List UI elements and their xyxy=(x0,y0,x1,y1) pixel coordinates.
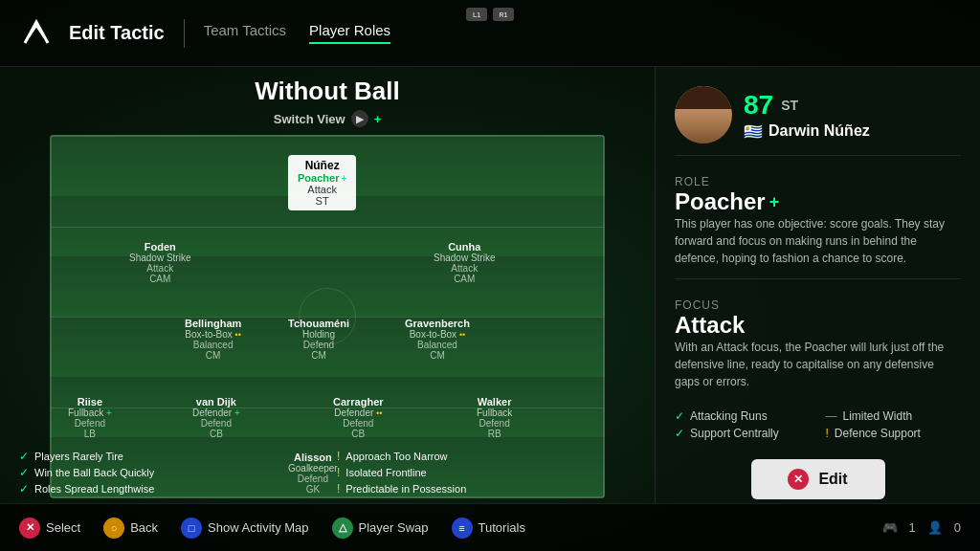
gravenberch-pos: CM xyxy=(430,350,445,361)
icon-count-2: 0 xyxy=(954,520,961,535)
notif-2-icon: ✓ xyxy=(19,466,29,479)
notif-4-text: Approach Too Narrow xyxy=(345,451,447,462)
controller-buttons: L1 R1 xyxy=(466,8,514,21)
player-card-gravenberch[interactable]: Gravenberch Box-to-Box •• Balanced CM xyxy=(405,318,470,361)
bottom-btn-select[interactable]: ✕ Select xyxy=(19,518,80,539)
bottom-btn-back[interactable]: ○ Back xyxy=(103,518,158,539)
notif-6-icon: ! xyxy=(337,482,340,496)
icon-controller: 🎮 xyxy=(882,520,898,535)
focus-description: With an Attack focus, the Poacher will l… xyxy=(675,339,961,390)
carragher-name: Carragher xyxy=(333,396,384,408)
bellingham-name: Bellingham xyxy=(185,318,241,329)
bottom-btn-swap[interactable]: △ Player Swap xyxy=(332,518,429,539)
switch-view[interactable]: Switch View ▶ + xyxy=(274,110,382,127)
player-swap-label: Player Swap xyxy=(359,520,429,535)
foden-pos: CAM xyxy=(149,274,170,284)
tchouameni-name: Tchouaméni xyxy=(288,318,349,329)
riise-focus: Defend xyxy=(75,418,105,429)
player-card-vandijk[interactable]: van Dijk Defender + Defend CB xyxy=(192,396,240,439)
riise-role: Fullback + xyxy=(68,408,112,418)
tab-team-tactics[interactable]: Team Tactics xyxy=(204,22,286,44)
edit-button-label: Edit xyxy=(818,471,847,488)
player-card-carragher[interactable]: Carragher Defender •• Defend CB xyxy=(333,396,384,439)
bottom-right-icons: 🎮 1 👤 0 xyxy=(882,520,961,535)
switch-view-label: Switch View xyxy=(274,112,345,126)
attr-4-icon: ! xyxy=(826,427,829,440)
carragher-pos: CB xyxy=(351,429,365,439)
section-title: Without Ball xyxy=(255,77,399,106)
attr-2-icon: — xyxy=(826,409,837,423)
main-content: Without Ball Switch View ▶ + Núñez Poach… xyxy=(0,67,980,503)
notif-5: ! Isolated Frontline xyxy=(337,466,635,479)
tab-player-roles[interactable]: Player Roles xyxy=(309,22,390,44)
top-bar: L1 R1 Edit Tactic Team Tactics Player Ro… xyxy=(0,0,980,67)
nunez-role: Poacher+ xyxy=(298,172,346,184)
player-position: ST xyxy=(781,98,798,113)
player-card-nunez[interactable]: Núñez Poacher+ Attack ST xyxy=(288,155,356,210)
x-button-icon: ✕ xyxy=(19,518,40,539)
player-card-walker[interactable]: Walker Fullback Defend RB xyxy=(477,396,512,439)
carragher-role: Defender •• xyxy=(334,408,382,418)
player-rating: 87 xyxy=(744,90,773,121)
player-card-tchouameni[interactable]: Tchouaméni Holding Defend CM xyxy=(288,318,349,361)
gravenberch-focus: Balanced xyxy=(417,340,457,350)
notif-2-text: Win the Ball Back Quickly xyxy=(34,467,154,478)
carragher-focus: Defend xyxy=(343,418,373,429)
riise-name: Riise xyxy=(78,396,102,408)
role-name-text: Poacher xyxy=(675,188,766,215)
tutorials-icon: ≡ xyxy=(452,518,473,539)
focus-name: Attack xyxy=(675,312,961,339)
foden-focus: Attack xyxy=(146,263,173,274)
notif-3-icon: ✓ xyxy=(19,482,29,496)
activity-map-label: Show Activity Map xyxy=(208,520,309,535)
nunez-name: Núñez xyxy=(305,159,340,172)
player-card-bellingham[interactable]: Bellingham Box-to-Box •• Balanced CM xyxy=(185,318,241,361)
notif-6: ! Predictable in Possession xyxy=(337,482,635,496)
attr-1-icon: ✓ xyxy=(675,409,684,423)
edit-button[interactable]: ✕ Edit xyxy=(751,459,885,499)
sq-button-icon: □ xyxy=(181,518,202,539)
panel-divider-2 xyxy=(675,278,961,279)
attr-3-icon: ✓ xyxy=(675,427,684,440)
attr-attacking-runs: ✓ Attacking Runs xyxy=(675,409,811,423)
r1-button: R1 xyxy=(493,8,514,21)
gravenberch-name: Gravenberch xyxy=(405,318,470,329)
bottom-bar: ✕ Select ○ Back □ Show Activity Map △ Pl… xyxy=(0,503,980,551)
bottom-btn-activity[interactable]: □ Show Activity Map xyxy=(181,518,309,539)
notif-5-icon: ! xyxy=(337,466,340,479)
player-card-cunha[interactable]: Cunha Shadow Strike Attack CAM xyxy=(434,241,495,284)
switch-view-icon2: + xyxy=(374,112,382,126)
vandijk-pos: CB xyxy=(210,429,223,439)
panel-divider-1 xyxy=(675,155,961,156)
bottom-btn-tutorials[interactable]: ≡ Tutorials xyxy=(452,518,525,539)
rating-line: 87 ST xyxy=(744,90,961,121)
notif-right-col: ! Approach Too Narrow ! Isolated Frontli… xyxy=(337,450,635,496)
role-description: This player has one objective: score goa… xyxy=(675,215,961,267)
foden-role: Shadow Strike xyxy=(129,253,190,263)
notif-4-icon: ! xyxy=(337,450,340,463)
vandijk-role: Defender + xyxy=(192,408,240,418)
tchouameni-pos: CM xyxy=(311,350,326,361)
player-card-foden[interactable]: Foden Shadow Strike Attack CAM xyxy=(129,241,190,284)
walker-pos: RB xyxy=(488,429,501,439)
attr-1-text: Attacking Runs xyxy=(690,409,768,423)
cunha-name: Cunha xyxy=(448,241,480,253)
back-label: Back xyxy=(130,520,158,535)
notif-left-col: ✓ Players Rarely Tire ✓ Win the Ball Bac… xyxy=(19,450,318,496)
notif-5-text: Isolated Frontline xyxy=(345,467,426,478)
game-logo xyxy=(19,16,54,51)
pitch-area: Without Ball Switch View ▶ + Núñez Poach… xyxy=(0,67,655,503)
avatar-hair xyxy=(675,86,732,109)
notif-1-icon: ✓ xyxy=(19,450,29,463)
walker-focus: Defend xyxy=(479,418,510,429)
player-card-riise[interactable]: Riise Fullback + Defend LB xyxy=(68,396,112,439)
edit-btn-x-icon: ✕ xyxy=(788,469,809,490)
right-panel: 87 ST 🇺🇾 Darwin Núñez Role Poacher + Thi… xyxy=(655,67,980,503)
riise-pos: LB xyxy=(84,429,96,439)
attr-4-text: Defence Support xyxy=(835,427,921,440)
notif-3: ✓ Roles Spread Lengthwise xyxy=(19,482,318,496)
player-flag: 🇺🇾 xyxy=(744,122,763,141)
nunez-focus: Attack xyxy=(307,184,337,195)
notif-1: ✓ Players Rarely Tire xyxy=(19,450,318,463)
select-label: Select xyxy=(46,520,80,535)
